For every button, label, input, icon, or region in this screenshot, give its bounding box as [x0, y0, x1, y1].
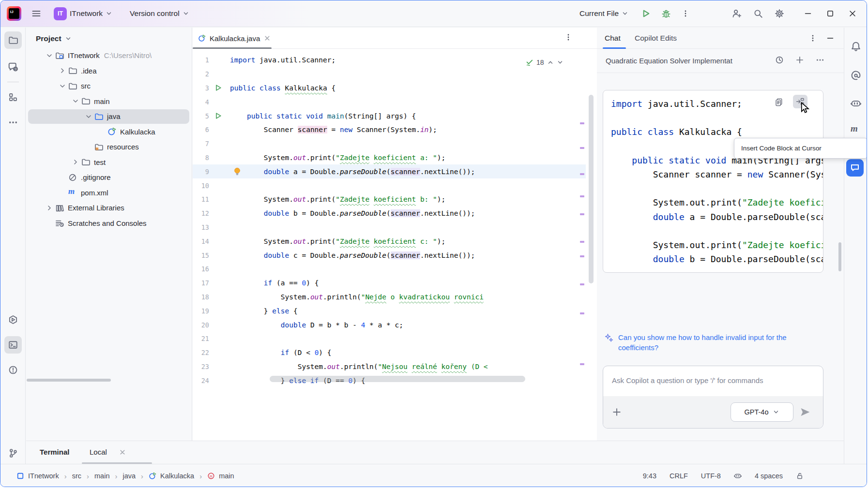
sidebar-item-problems[interactable]: [4, 361, 22, 379]
tree-item-main[interactable]: main: [26, 94, 192, 109]
tree-chevron-right-icon[interactable]: [44, 204, 55, 212]
sidebar-item-maven[interactable]: m: [851, 125, 858, 132]
close-button[interactable]: [841, 4, 864, 23]
attach-context-icon[interactable]: [612, 407, 622, 417]
sidebar-item-project[interactable]: [4, 31, 22, 49]
tree-chevron-down-icon[interactable]: [70, 97, 81, 105]
tab-close-icon[interactable]: [264, 35, 271, 42]
breadcrumb-item-src[interactable]: src: [72, 472, 81, 480]
tree-item-kalkulacka[interactable]: Kalkulacka: [26, 124, 192, 140]
code-line-20[interactable]: 20 double D = b * b - 4 * a * c;: [193, 318, 586, 332]
new-chat-icon[interactable]: [795, 56, 804, 64]
breadcrumb-item-kalkulacka[interactable]: Kalkulacka: [149, 472, 194, 480]
vcs-widget[interactable]: Version control: [130, 9, 189, 18]
settings-gear-icon[interactable]: [775, 9, 784, 18]
code-line-4[interactable]: 4: [193, 95, 586, 109]
sidebar-item-copilot-chat[interactable]: ?: [4, 59, 22, 76]
code-line-19[interactable]: 19 } else {: [193, 304, 586, 318]
code-with-me-icon[interactable]: [732, 9, 742, 18]
copy-code-button[interactable]: [772, 95, 786, 109]
code-line-22[interactable]: 22 if (D < 0) {: [193, 346, 586, 360]
sidebar-item-ai-assistant[interactable]: [851, 70, 861, 81]
chat-options-icon[interactable]: [809, 34, 817, 42]
code-editor[interactable]: 1import java.util.Scanner;23public class…: [193, 49, 597, 441]
next-problem-icon[interactable]: [557, 59, 563, 66]
code-line-8[interactable]: 8 System.out.print("Zadejte koeficient a…: [193, 151, 586, 165]
chat-history-icon[interactable]: [775, 56, 784, 64]
tab-copilot-edits[interactable]: Copilot Edits: [635, 28, 677, 49]
code-line-15[interactable]: 15 double c = Double.parseDouble(scanner…: [193, 248, 586, 262]
tree-chevron-right-icon[interactable]: [70, 158, 81, 166]
status-widget-utf-8[interactable]: UTF-8: [701, 472, 721, 480]
prev-problem-icon[interactable]: [547, 59, 554, 66]
code-line-7[interactable]: 7: [193, 137, 586, 151]
tree-item-src[interactable]: src: [26, 78, 192, 94]
code-line-5[interactable]: 5 public static void main(String[] args)…: [193, 109, 586, 123]
run-button[interactable]: [641, 9, 651, 18]
project-horizontal-scrollbar[interactable]: [27, 379, 111, 382]
code-line-18[interactable]: 18 System.out.println("Nejde o kvadratic…: [193, 290, 586, 304]
main-menu-icon[interactable]: [32, 9, 41, 18]
lock-open-status-icon[interactable]: [796, 472, 804, 480]
intention-bulb-icon[interactable]: [233, 167, 242, 176]
breadcrumb-item-main[interactable]: mmain: [207, 472, 234, 480]
search-everywhere-icon[interactable]: [753, 9, 763, 18]
code-line-13[interactable]: 13: [193, 221, 586, 235]
editor-horizontal-scrollbar[interactable]: [270, 376, 525, 382]
code-line-10[interactable]: 10: [193, 178, 586, 192]
terminal-tab-local[interactable]: Local: [90, 448, 107, 456]
chat-more-icon[interactable]: [816, 56, 824, 64]
status-widget-crlf[interactable]: CRLF: [670, 472, 688, 480]
tree-item-scratches-and-consoles[interactable]: Scratches and Consoles: [26, 216, 192, 231]
tree-item--idea[interactable]: .idea: [26, 63, 192, 79]
code-line-23[interactable]: 23 System.out.println("Nejsou reálné koř…: [193, 360, 586, 374]
tree-item-test[interactable]: test: [26, 155, 192, 170]
code-line-2[interactable]: 2: [193, 67, 586, 81]
debug-button[interactable]: [661, 9, 671, 18]
tree-item-resources[interactable]: resources: [26, 139, 192, 155]
tree-item--gitignore[interactable]: .gitignore: [26, 170, 192, 185]
chat-scrollbar[interactable]: [838, 242, 841, 271]
editor-options-icon[interactable]: [564, 33, 572, 41]
run-configuration-select[interactable]: Current File: [579, 9, 628, 18]
run-gutter-icon[interactable]: [209, 84, 227, 92]
code-line-21[interactable]: 21: [193, 332, 586, 346]
breadcrumb-item-main[interactable]: main: [94, 472, 109, 480]
sidebar-item-notifications[interactable]: [851, 41, 861, 52]
sidebar-item-services[interactable]: [4, 311, 22, 328]
code-line-9[interactable]: 9 double a = Double.parseDouble(scanner.…: [193, 164, 586, 178]
code-line-17[interactable]: 17 if (a == 0) {: [193, 276, 586, 290]
copilot-status-icon[interactable]: [734, 472, 742, 480]
chat-input-box[interactable]: Ask Copilot a question or type '/' for c…: [603, 366, 823, 429]
sidebar-item-more[interactable]: [4, 114, 22, 131]
send-button[interactable]: [800, 407, 810, 417]
tree-chevron-down-icon[interactable]: [44, 52, 55, 59]
code-line-6[interactable]: 6 Scanner scanner = new Scanner(System.i…: [193, 123, 586, 137]
breadcrumb-item-java[interactable]: java: [122, 472, 136, 480]
sidebar-item-structure[interactable]: [4, 89, 22, 106]
tree-item-external-libraries[interactable]: External Libraries: [26, 200, 192, 216]
sidebar-item-terminal[interactable]: [4, 336, 22, 354]
code-line-16[interactable]: 16: [193, 262, 586, 276]
code-line-3[interactable]: 3public class Kalkulacka {: [193, 81, 586, 95]
terminal-tab-close-icon[interactable]: [119, 449, 126, 456]
sidebar-item-copilot-chat-active[interactable]: [846, 159, 864, 177]
more-actions-icon[interactable]: [682, 10, 689, 17]
tree-item-pom-xml[interactable]: mpom.xml: [26, 185, 192, 201]
status-widget-4-spaces[interactable]: 4 spaces: [755, 472, 783, 480]
editor-vertical-scrollbar[interactable]: [589, 95, 594, 283]
code-line-11[interactable]: 11 System.out.print("Zadejte koeficient …: [193, 192, 586, 207]
model-selector[interactable]: GPT-4o: [731, 402, 793, 422]
code-line-12[interactable]: 12 double b = Double.parseDouble(scanner…: [193, 207, 586, 221]
chat-thread-title[interactable]: Quadratic Equation Solver Implementat: [606, 57, 765, 65]
tree-item-java[interactable]: java: [26, 109, 192, 124]
code-line-14[interactable]: 14 System.out.print("Zadejte koeficient …: [193, 234, 586, 248]
sidebar-item-version-control[interactable]: [4, 444, 22, 462]
editor-tab-kalkulacka[interactable]: Kalkulacka.java: [193, 28, 277, 49]
tree-chevron-right-icon[interactable]: [57, 67, 68, 74]
project-switcher[interactable]: IT ITnetwork: [54, 7, 112, 20]
project-panel-header[interactable]: Project: [26, 28, 192, 48]
tree-item-itnetwork[interactable]: ITnetworkC:\Users\Nitro\: [26, 48, 192, 63]
inspections-widget[interactable]: 18: [526, 59, 563, 66]
run-gutter-icon[interactable]: [209, 112, 227, 120]
